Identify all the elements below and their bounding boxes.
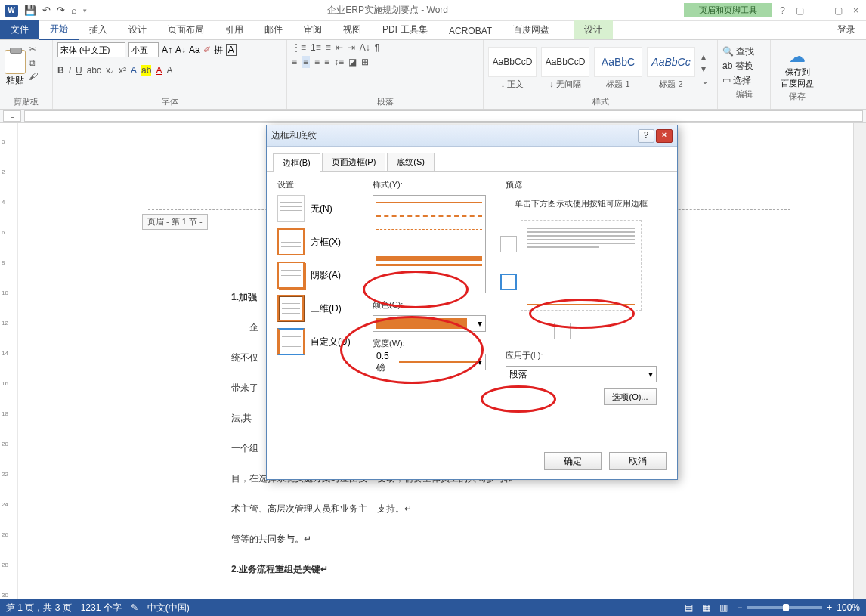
print-layout-icon[interactable]: ▦ bbox=[702, 602, 710, 613]
web-layout-icon[interactable]: ▥ bbox=[719, 602, 728, 613]
find-button[interactable]: 🔍 查找 bbox=[722, 45, 765, 58]
strike-icon[interactable]: abc bbox=[87, 65, 101, 76]
bold-icon[interactable]: B bbox=[57, 65, 64, 76]
border-right-toggle[interactable] bbox=[592, 323, 608, 339]
vertical-scrollbar[interactable] bbox=[853, 123, 866, 599]
zoom-out-icon[interactable]: − bbox=[737, 602, 742, 613]
indent-left-icon[interactable]: ⇤ bbox=[336, 42, 343, 53]
change-case-icon[interactable]: Aa bbox=[189, 45, 200, 55]
bullets-icon[interactable]: ⋮≡ bbox=[292, 42, 306, 53]
preset-box[interactable]: 方框(X) bbox=[277, 228, 360, 255]
dialog-help-icon[interactable]: ? bbox=[638, 129, 654, 143]
border-left-toggle[interactable] bbox=[554, 323, 571, 339]
select-button[interactable]: ▭ 选择 bbox=[722, 74, 765, 87]
indent-right-icon[interactable]: ⇥ bbox=[348, 42, 355, 53]
multilevel-icon[interactable]: ≡ bbox=[326, 42, 331, 53]
styles-down-icon[interactable]: ▾ bbox=[701, 63, 709, 74]
save-icon[interactable]: 💾 bbox=[24, 5, 36, 16]
format-painter-icon[interactable]: 🖌 bbox=[29, 71, 38, 82]
tab-layout[interactable]: 页面布局 bbox=[157, 20, 215, 39]
tab-review[interactable]: 审阅 bbox=[293, 20, 332, 39]
grow-font-icon[interactable]: A↑ bbox=[162, 45, 172, 55]
char-border-icon[interactable]: A bbox=[226, 44, 237, 56]
tab-baidu[interactable]: 百度网盘 bbox=[503, 20, 560, 39]
style-item[interactable]: AaBbC标题 1 bbox=[594, 47, 642, 94]
vertical-ruler[interactable]: 024681012141618202224262830 bbox=[0, 123, 18, 599]
font-size-input[interactable] bbox=[128, 42, 159, 57]
ribbon-options-icon[interactable]: ▢ bbox=[796, 5, 804, 16]
word-count[interactable]: 1231 个字 bbox=[81, 602, 122, 614]
tab-file[interactable]: 文件 bbox=[0, 20, 39, 39]
cut-icon[interactable]: ✂ bbox=[29, 44, 38, 54]
style-item[interactable]: AaBbCcD↓ 正文 bbox=[488, 47, 537, 94]
justify-icon[interactable]: ≡ bbox=[324, 57, 329, 67]
zoom-level[interactable]: 100% bbox=[837, 602, 860, 613]
char-shading-icon[interactable]: A bbox=[166, 65, 172, 76]
border-bottom-toggle[interactable] bbox=[500, 274, 517, 290]
font-name-input[interactable] bbox=[57, 42, 125, 57]
spellcheck-icon[interactable]: ✎ bbox=[131, 602, 138, 613]
preview-diagram[interactable] bbox=[521, 220, 642, 311]
tab-selector[interactable]: L bbox=[3, 110, 21, 122]
qat-more-icon[interactable]: ▾ bbox=[83, 7, 87, 14]
style-item[interactable]: AaBbCcD↓ 无间隔 bbox=[541, 47, 589, 94]
show-marks-icon[interactable]: ¶ bbox=[375, 42, 379, 53]
styles-up-icon[interactable]: ▴ bbox=[701, 51, 709, 62]
sort-icon[interactable]: A↓ bbox=[360, 42, 370, 53]
zoom-in-icon[interactable]: + bbox=[827, 602, 832, 613]
align-center-icon[interactable]: ≡ bbox=[302, 56, 310, 68]
border-color-select[interactable]: ▾ bbox=[373, 315, 486, 332]
preset-shadow[interactable]: 阴影(A) bbox=[277, 262, 360, 289]
tab-references[interactable]: 引用 bbox=[215, 20, 254, 39]
font-color-icon[interactable]: A bbox=[156, 65, 162, 76]
border-width-select[interactable]: 0.5 磅 ▾ bbox=[373, 354, 486, 370]
cancel-button[interactable]: 取消 bbox=[609, 452, 667, 470]
redo-icon[interactable]: ↷ bbox=[57, 5, 65, 16]
page-status[interactable]: 第 1 页，共 3 页 bbox=[6, 602, 72, 614]
language-status[interactable]: 中文(中国) bbox=[147, 602, 190, 614]
tab-design[interactable]: 设计 bbox=[118, 20, 157, 39]
options-button[interactable]: 选项(O)... bbox=[604, 388, 657, 405]
align-left-icon[interactable]: ≡ bbox=[292, 57, 297, 67]
horizontal-ruler[interactable] bbox=[24, 110, 863, 122]
line-spacing-icon[interactable]: ↕≡ bbox=[334, 57, 344, 67]
text-effects-icon[interactable]: A bbox=[131, 65, 137, 76]
style-item[interactable]: AaBbCc标题 2 bbox=[647, 47, 695, 94]
print-icon[interactable]: ⌕ bbox=[71, 5, 77, 16]
preset-none[interactable]: 无(N) bbox=[277, 195, 360, 222]
ok-button[interactable]: 确定 bbox=[544, 452, 602, 470]
zoom-control[interactable]: − + 100% bbox=[737, 602, 860, 613]
underline-icon[interactable]: U bbox=[76, 65, 82, 76]
dialog-titlebar[interactable]: 边框和底纹 ? × bbox=[267, 125, 677, 147]
read-mode-icon[interactable]: ▤ bbox=[685, 602, 693, 613]
tab-home[interactable]: 开始 bbox=[39, 20, 79, 40]
help-icon[interactable]: ? bbox=[780, 5, 785, 16]
apply-to-select[interactable]: 段落 ▾ bbox=[506, 366, 657, 382]
italic-icon[interactable]: I bbox=[69, 65, 71, 76]
shrink-font-icon[interactable]: A↓ bbox=[175, 45, 186, 55]
undo-icon[interactable]: ↶ bbox=[42, 5, 51, 16]
maximize-icon[interactable]: ▢ bbox=[834, 5, 843, 16]
numbering-icon[interactable]: 1≡ bbox=[311, 42, 321, 53]
styles-more-icon[interactable]: ⌄ bbox=[701, 76, 709, 86]
copy-icon[interactable]: ⧉ bbox=[29, 57, 38, 68]
dlg-tab-shading[interactable]: 底纹(S) bbox=[387, 153, 435, 171]
paste-button[interactable]: 粘贴 bbox=[5, 42, 26, 94]
tab-header-footer-design[interactable]: 设计 bbox=[574, 20, 613, 39]
dlg-tab-border[interactable]: 边框(B) bbox=[273, 153, 320, 172]
dialog-close-icon[interactable]: × bbox=[656, 129, 673, 143]
tab-mailings[interactable]: 邮件 bbox=[254, 20, 293, 39]
align-right-icon[interactable]: ≡ bbox=[314, 57, 320, 67]
highlight-icon[interactable]: ab bbox=[141, 65, 151, 76]
zoom-slider[interactable] bbox=[747, 606, 822, 609]
preset-3d[interactable]: 三维(D) bbox=[277, 295, 360, 322]
tab-view[interactable]: 视图 bbox=[332, 20, 372, 39]
tab-pdf[interactable]: PDF工具集 bbox=[372, 20, 438, 39]
tab-acrobat[interactable]: ACROBAT bbox=[438, 23, 503, 39]
preset-custom[interactable]: 自定义(U) bbox=[277, 328, 360, 355]
tab-insert[interactable]: 插入 bbox=[79, 20, 118, 39]
phonetic-icon[interactable]: 拼 bbox=[214, 44, 223, 57]
subscript-icon[interactable]: x₂ bbox=[106, 65, 114, 76]
superscript-icon[interactable]: x² bbox=[119, 65, 126, 76]
login-link[interactable]: 登录 bbox=[827, 20, 866, 39]
